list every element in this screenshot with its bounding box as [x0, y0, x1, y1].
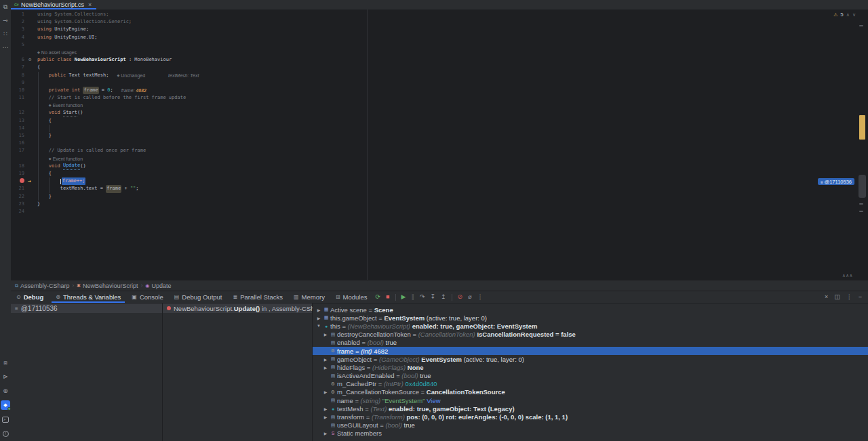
- view-breakpoints-button[interactable]: ⌀: [468, 294, 471, 300]
- code-line[interactable]: 24: [11, 208, 868, 215]
- gutter[interactable]: [26, 79, 37, 87]
- tab-parallel-stacks[interactable]: ≣Parallel Stacks: [227, 291, 288, 303]
- variable-row[interactable]: ▤name = (string) "EventSystem" View: [313, 396, 868, 404]
- line-number[interactable]: 18: [11, 163, 26, 170]
- gutter[interactable]: [26, 94, 37, 102]
- code-line[interactable]: 21 textMesh.text = frame + "";: [11, 185, 868, 192]
- variable-row[interactable]: ⚙m_CachedPtr = (IntPtr) 0x4d0d840: [313, 380, 868, 388]
- chevron-right-icon[interactable]: ▶: [322, 415, 329, 419]
- tab-debug-output[interactable]: ▤Debug Output: [169, 291, 228, 303]
- code-line[interactable]: 10 private int frame = 0;frame: 4682: [11, 87, 868, 94]
- tab-modules[interactable]: ⊞Modules: [330, 291, 373, 303]
- options-icon[interactable]: ⋮: [846, 294, 852, 300]
- line-number[interactable]: [11, 177, 26, 185]
- prev-problem-icon[interactable]: ∧: [846, 12, 850, 18]
- resume-button[interactable]: ▶: [401, 294, 406, 300]
- more-actions-button[interactable]: ⋮: [477, 294, 484, 300]
- line-number[interactable]: 17: [11, 147, 26, 154]
- more-tool-windows-icon[interactable]: ⋯: [1, 43, 10, 52]
- variable-row[interactable]: ⚙frame = (int) 4682: [313, 347, 868, 355]
- gutter[interactable]: [26, 185, 37, 192]
- chevron-right-icon[interactable]: ▶: [322, 390, 329, 394]
- gutter[interactable]: [26, 132, 37, 140]
- line-number[interactable]: 5: [11, 41, 26, 49]
- mute-breakpoints-button[interactable]: ⊘: [458, 294, 463, 300]
- pause-button[interactable]: ∥: [411, 294, 414, 300]
- variable-row[interactable]: ▶▦this.gameObject = EventSystem (active:…: [313, 314, 868, 322]
- step-into-button[interactable]: ↧: [430, 294, 435, 300]
- hide-icon[interactable]: −: [859, 294, 862, 300]
- code-line[interactable]: 19 {: [11, 170, 868, 177]
- code-line[interactable]: → frame++;≡@17110536: [11, 177, 868, 185]
- code-line[interactable]: 5: [11, 41, 868, 49]
- gutter[interactable]: →: [26, 177, 37, 185]
- chevron-right-icon[interactable]: ▶: [322, 357, 329, 362]
- structure-icon[interactable]: ∷: [1, 29, 10, 39]
- stop-button[interactable]: ■: [386, 294, 389, 300]
- variable-row[interactable]: ▶▤gameObject = (GameObject) EventSystem …: [313, 355, 868, 363]
- code-line[interactable]: 9: [11, 79, 868, 87]
- code-line[interactable]: 6⚙public class NewBehaviourScript : Mono…: [11, 56, 868, 64]
- breadcrumb-class[interactable]: ✱NewBehaviourScript: [77, 282, 138, 289]
- terminal-icon[interactable]: >_: [1, 415, 10, 424]
- project-icon[interactable]: ⧉: [1, 2, 10, 12]
- line-number[interactable]: 11: [11, 94, 26, 102]
- line-number[interactable]: 22: [11, 193, 26, 201]
- code-line[interactable]: 14: [11, 125, 868, 132]
- gutter[interactable]: [26, 49, 37, 56]
- line-number[interactable]: 10: [11, 87, 26, 94]
- step-out-button[interactable]: ↥: [441, 294, 446, 300]
- gutter[interactable]: [26, 34, 37, 41]
- gutter[interactable]: [26, 163, 37, 170]
- line-number[interactable]: 23: [11, 201, 26, 208]
- variable-row[interactable]: ▶▤destroyCancellationToken = (Cancellati…: [313, 331, 868, 339]
- editor-tab-newbehaviourscript[interactable]: C# NewBehaviourScript.cs ×: [11, 0, 96, 9]
- code-hint-row[interactable]: ◆No asset usages: [11, 49, 868, 56]
- tab-threads-variables[interactable]: ⊚Threads & Variables: [50, 291, 126, 303]
- line-number[interactable]: 8: [11, 72, 26, 79]
- code-line[interactable]: 15 }: [11, 132, 868, 140]
- variable-row[interactable]: ▶●textMesh = (Text) enabled: true, gameO…: [313, 404, 868, 413]
- gutter[interactable]: [26, 117, 37, 125]
- code-line[interactable]: 22 }: [11, 193, 868, 201]
- chevron-right-icon[interactable]: ▶: [322, 431, 329, 436]
- chevron-right-icon[interactable]: ▶: [315, 316, 322, 320]
- run-gutter-icon[interactable]: ⚙: [28, 56, 31, 64]
- next-problem-icon[interactable]: ∨: [852, 12, 856, 18]
- code-hint-row[interactable]: ◆Event function: [11, 155, 868, 163]
- code-line[interactable]: 3using UnityEngine;: [11, 26, 868, 33]
- stripe-mark[interactable]: [859, 203, 863, 205]
- variable-row[interactable]: ▶▤transform = (Transform) pos: (0, 0, 0)…: [313, 413, 868, 421]
- code-line[interactable]: 4using UnityEngine.UI;: [11, 34, 868, 41]
- line-number[interactable]: 14: [11, 125, 26, 132]
- gutter[interactable]: [26, 193, 37, 201]
- gutter[interactable]: [26, 147, 37, 154]
- code-line[interactable]: 18 void Update(): [11, 163, 868, 170]
- inspections-widget[interactable]: ⚠5 ∧ ∨: [833, 12, 856, 18]
- gutter[interactable]: [26, 72, 37, 79]
- line-number[interactable]: 15: [11, 132, 26, 140]
- scrollbar-thumb[interactable]: [859, 175, 866, 198]
- frame-row[interactable]: NewBehaviourScript.Update() in , Assembl…: [163, 303, 312, 313]
- gutter[interactable]: [26, 11, 37, 18]
- commit-icon[interactable]: ⊸: [1, 16, 10, 25]
- variable-row[interactable]: ▶▦Active scene = Scene: [313, 306, 868, 314]
- run-icon[interactable]: ⊳: [1, 372, 10, 381]
- thread-row[interactable]: ≡@17110536: [11, 303, 162, 313]
- gutter[interactable]: ⚙: [26, 56, 37, 64]
- inlay-hint[interactable]: ◆Event function: [49, 155, 83, 163]
- variable-row[interactable]: ▤enabled = (bool) true: [313, 339, 868, 347]
- view-link[interactable]: View: [425, 397, 441, 404]
- gutter[interactable]: [26, 155, 37, 163]
- code-line[interactable]: 16: [11, 140, 868, 147]
- gutter[interactable]: [26, 26, 37, 33]
- breadcrumb-method[interactable]: ◉Update: [145, 282, 171, 289]
- gutter[interactable]: [26, 170, 37, 177]
- code-line[interactable]: 13 {: [11, 117, 868, 125]
- code-line[interactable]: 1using System.Collections;: [11, 11, 868, 18]
- chevron-right-icon[interactable]: ▶: [315, 308, 322, 312]
- variable-row[interactable]: ▶SStatic members: [313, 429, 868, 438]
- line-number[interactable]: 19: [11, 170, 26, 177]
- gutter[interactable]: [26, 64, 37, 71]
- services-icon[interactable]: ⊛: [1, 386, 10, 396]
